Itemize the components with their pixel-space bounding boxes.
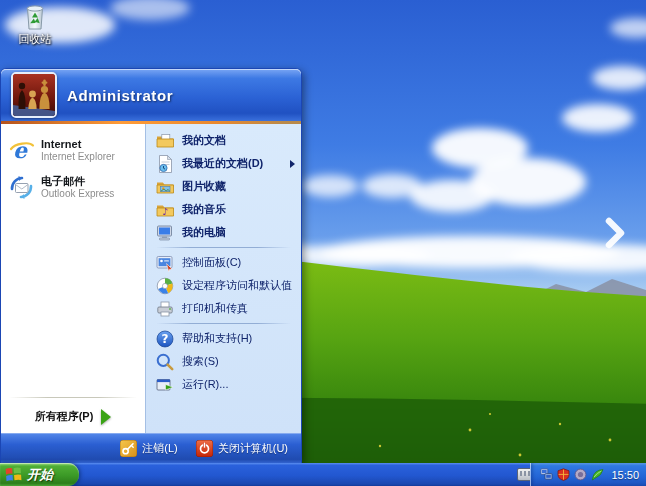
menu-item-recent-documents[interactable]: 我最近的文档(D) <box>146 152 301 175</box>
left-column-spacer <box>1 206 145 395</box>
system-tray: 15:50 <box>530 463 646 486</box>
menu-item-label: 打印机和传真 <box>182 301 248 316</box>
menu-item-label: 我的音乐 <box>182 202 226 217</box>
right-column-divider <box>156 247 291 248</box>
menu-item-title: Internet <box>41 138 115 151</box>
music-note-glyph: ♪ <box>162 206 168 217</box>
start-menu-user-pane: Administrator <box>1 69 301 121</box>
menu-item-label: 我最近的文档(D) <box>182 156 263 171</box>
menu-item-subtitle: Internet Explorer <box>41 151 115 163</box>
my-documents-icon <box>155 131 175 151</box>
submenu-arrow-icon <box>290 160 295 168</box>
menu-item-label: 控制面板(C) <box>182 255 241 270</box>
start-menu-left-column: e Internet Internet Explorer <box>1 124 145 433</box>
start-menu-footer: 注销(L) 关闭计算机(U) <box>1 433 301 463</box>
search-icon <box>155 352 175 372</box>
right-column-divider <box>156 323 291 324</box>
start-menu-right-column: 我的文档 我最近的文档(D) <box>145 124 301 433</box>
my-music-icon: ♪ <box>155 200 175 220</box>
internet-explorer-icon: e <box>8 137 35 164</box>
printers-and-faxes-icon <box>155 299 175 319</box>
menu-item-run[interactable]: 运行(R)... <box>146 373 301 396</box>
user-avatar <box>11 72 57 118</box>
shut-down-power-icon <box>196 440 213 457</box>
menu-item-label: 我的电脑 <box>182 225 226 240</box>
menu-item-my-computer[interactable]: 我的电脑 <box>146 221 301 244</box>
start-menu-body: e Internet Internet Explorer <box>1 124 301 433</box>
start-button-label: 开始 <box>27 466 53 484</box>
shut-down-button[interactable]: 关闭计算机(U) <box>196 440 288 457</box>
menu-item-subtitle: Outlook Express <box>41 188 114 200</box>
start-menu: Administrator e Internet Internet Explor… <box>0 68 302 463</box>
start-button[interactable]: 开始 <box>0 463 79 486</box>
all-programs-divider <box>9 397 137 398</box>
program-access-defaults-icon <box>155 276 175 296</box>
all-programs-label: 所有程序(P) <box>35 409 94 424</box>
shut-down-label: 关闭计算机(U) <box>218 441 288 456</box>
next-chevron-icon[interactable] <box>603 217 627 249</box>
menu-item-label: 搜索(S) <box>182 354 219 369</box>
menu-item-title: 电子邮件 <box>41 175 114 188</box>
help-and-support-icon: ? <box>155 329 175 349</box>
outlook-express-icon <box>8 174 35 201</box>
safety-agent-tray-icon[interactable] <box>591 468 604 481</box>
run-icon <box>155 375 175 395</box>
recycle-bin-desktop-icon[interactable]: 回收站 <box>8 0 62 47</box>
security-shield-tray-icon[interactable] <box>557 468 570 481</box>
chess-avatar-image <box>13 74 55 116</box>
control-panel-icon <box>155 253 175 273</box>
menu-item-outlook-express[interactable]: 电子邮件 Outlook Express <box>1 169 145 206</box>
network-tray-icon[interactable] <box>540 468 553 481</box>
menu-item-search[interactable]: 搜索(S) <box>146 350 301 373</box>
menu-item-program-access-defaults[interactable]: 设定程序访问和默认值 <box>146 274 301 297</box>
menu-item-label: 设定程序访问和默认值 <box>182 278 292 293</box>
help-glyph: ? <box>162 332 169 346</box>
recent-documents-icon <box>155 154 175 174</box>
menu-item-control-panel[interactable]: 控制面板(C) <box>146 251 301 274</box>
all-programs-arrow-icon <box>101 409 111 425</box>
recycle-bin-icon <box>21 0 49 31</box>
menu-item-my-music[interactable]: ♪ 我的音乐 <box>146 198 301 221</box>
taskbar-clock[interactable]: 15:50 <box>611 469 639 481</box>
menu-item-printers-and-faxes[interactable]: 打印机和传真 <box>146 297 301 320</box>
all-programs-button[interactable]: 所有程序(P) <box>1 400 145 433</box>
menu-item-my-documents[interactable]: 我的文档 <box>146 129 301 152</box>
menu-item-label: 我的文档 <box>182 133 226 148</box>
menu-item-label: 帮助和支持(H) <box>182 331 252 346</box>
log-off-label: 注销(L) <box>142 441 177 456</box>
volume-tray-icon[interactable] <box>574 468 587 481</box>
menu-item-internet-explorer[interactable]: e Internet Internet Explorer <box>1 132 145 169</box>
menu-item-label: 图片收藏 <box>182 179 226 194</box>
log-off-key-icon <box>120 440 137 457</box>
svg-text:e: e <box>13 137 29 163</box>
user-name: Administrator <box>67 87 173 104</box>
recycle-bin-label: 回收站 <box>8 32 62 47</box>
menu-item-my-pictures[interactable]: 图片收藏 <box>146 175 301 198</box>
taskbar: 开始 15:50 <box>0 463 646 486</box>
log-off-button[interactable]: 注销(L) <box>120 440 177 457</box>
menu-item-label: 运行(R)... <box>182 377 228 392</box>
windows-flag-icon <box>5 467 22 482</box>
my-computer-icon <box>155 223 175 243</box>
menu-item-help-and-support[interactable]: ? 帮助和支持(H) <box>146 327 301 350</box>
my-pictures-icon <box>155 177 175 197</box>
